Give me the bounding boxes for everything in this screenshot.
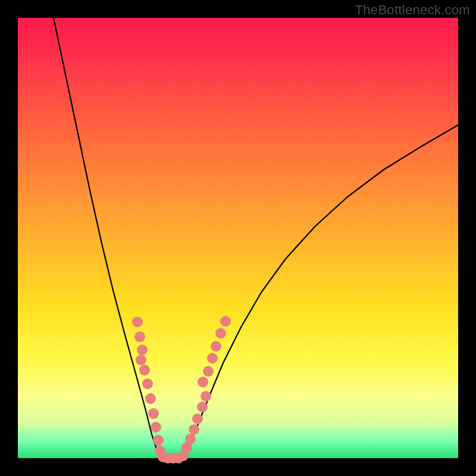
data-point: [134, 331, 145, 342]
data-point: [185, 434, 196, 444]
data-point: [139, 365, 150, 375]
data-point: [215, 328, 226, 339]
data-point: [192, 414, 203, 424]
data-point: [201, 391, 211, 402]
data-point: [145, 393, 156, 404]
data-point: [198, 377, 208, 387]
data-point: [197, 402, 208, 412]
curve-group: [54, 18, 458, 458]
data-point: [132, 317, 143, 327]
data-point: [207, 353, 218, 364]
data-point: [136, 355, 146, 365]
data-point: [211, 341, 221, 352]
bottleneck-chart: [18, 18, 458, 458]
data-point: [189, 424, 199, 435]
dots-group: [132, 316, 231, 464]
data-point: [137, 345, 148, 355]
bottleneck-curve: [54, 18, 458, 458]
watermark-text: TheBottleneck.com: [355, 2, 470, 18]
chart-frame: [18, 18, 458, 458]
data-point: [151, 422, 161, 433]
data-point: [153, 435, 164, 446]
data-point: [220, 316, 231, 327]
data-point: [203, 366, 214, 377]
data-point: [142, 378, 153, 389]
data-point: [148, 408, 159, 419]
